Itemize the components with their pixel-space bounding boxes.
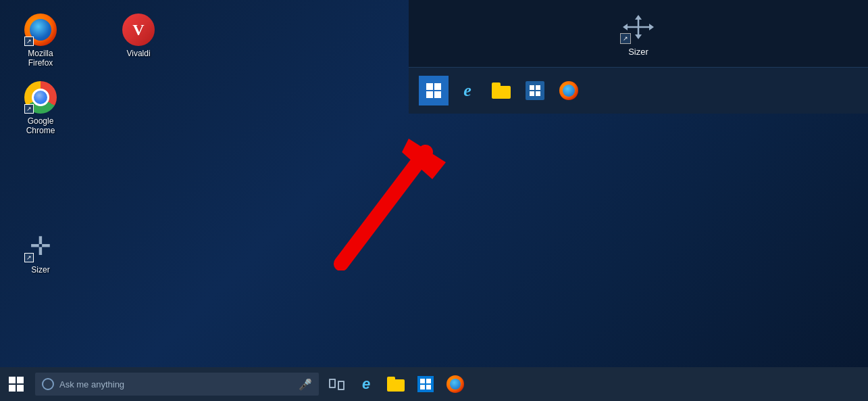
svg-rect-6 [530, 85, 534, 90]
search-bar[interactable]: Ask me anything 🎤 [35, 373, 319, 396]
svg-rect-15 [420, 385, 425, 390]
windows-logo [9, 377, 24, 392]
taskbar-files-button[interactable] [381, 367, 411, 401]
svg-rect-7 [536, 85, 540, 90]
taskbar: Ask me anything 🎤 e [0, 367, 868, 401]
popup-top: ↗ Sizer [409, 0, 868, 67]
vivaldi-label: Vivaldi [126, 49, 150, 58]
taskbar-edge-button[interactable]: e [351, 367, 381, 401]
popup-taskbar-row: e [409, 67, 868, 114]
firefox-label: MozillaFirefox [28, 49, 53, 68]
svg-rect-8 [530, 91, 534, 96]
taskbar-folder-icon [387, 377, 405, 392]
taskbar-edge-icon: e [357, 375, 375, 393]
sizer-popup-icon: ↗ [620, 10, 657, 44]
folder-icon [492, 82, 511, 99]
taskbar-store-icon [417, 376, 434, 392]
store-windows-logo [528, 84, 542, 97]
svg-rect-16 [426, 385, 431, 390]
popup-windows-logo [426, 83, 441, 98]
sizer-desktop-label: Sizer [31, 265, 49, 275]
popup-start-button[interactable] [419, 76, 449, 105]
svg-marker-4 [635, 15, 642, 20]
svg-marker-12 [402, 139, 446, 179]
popup-edge-icon[interactable]: e [453, 76, 482, 105]
vivaldi-icon [122, 14, 155, 46]
microphone-icon: 🎤 [299, 378, 312, 391]
desktop-icon-chrome[interactable]: GoogleChrome [14, 81, 68, 136]
popup-firefox-icon[interactable] [554, 76, 584, 105]
task-view-button[interactable] [322, 367, 351, 401]
sizer-shortcut-arrow: ↗ [620, 33, 631, 44]
sizer-icon-img: ✛ [24, 230, 57, 262]
sizer-popup-icon-area: ↗ Sizer [620, 10, 657, 57]
store-logo [419, 378, 432, 390]
vivaldi-icon-img [122, 14, 155, 46]
taskbar-firefox-icon [446, 375, 464, 393]
desktop-icon-firefox[interactable]: MozillaFirefox [14, 14, 68, 68]
shortcut-arrow-firefox [24, 37, 34, 46]
edge-letter-icon: e [463, 80, 471, 101]
svg-rect-13 [420, 379, 425, 383]
svg-rect-9 [536, 91, 540, 96]
desktop: MozillaFirefox Vivaldi GoogleChrome ✛ Si… [0, 0, 868, 401]
popup-panel: ↗ Sizer e [409, 0, 868, 114]
shortcut-arrow-sizer [24, 253, 34, 262]
search-placeholder: Ask me anything [59, 379, 299, 390]
red-arrow-svg [321, 135, 469, 270]
taskbar-store-button[interactable] [411, 367, 440, 401]
svg-marker-1 [623, 24, 628, 30]
svg-marker-5 [635, 34, 642, 39]
svg-marker-2 [649, 24, 654, 30]
chrome-icon-img [24, 81, 57, 114]
chrome-label: GoogleChrome [26, 116, 55, 136]
sizer-popup-label: Sizer [628, 47, 648, 57]
desktop-icon-vivaldi[interactable]: Vivaldi [111, 14, 165, 58]
task-view-icon [329, 379, 344, 390]
desktop-icon-sizer[interactable]: ✛ Sizer [14, 230, 68, 275]
taskbar-start-button[interactable] [0, 367, 32, 401]
popup-store-icon[interactable] [520, 76, 550, 105]
popup-files-icon[interactable] [486, 76, 516, 105]
popup-firefox-logo [559, 81, 578, 100]
svg-rect-14 [426, 379, 431, 383]
cortana-circle-icon [42, 378, 54, 390]
store-bag-icon [526, 81, 544, 100]
firefox-icon-img [24, 14, 57, 46]
shortcut-arrow-chrome [24, 104, 34, 114]
taskbar-firefox-button[interactable] [440, 367, 470, 401]
svg-line-11 [341, 152, 426, 264]
